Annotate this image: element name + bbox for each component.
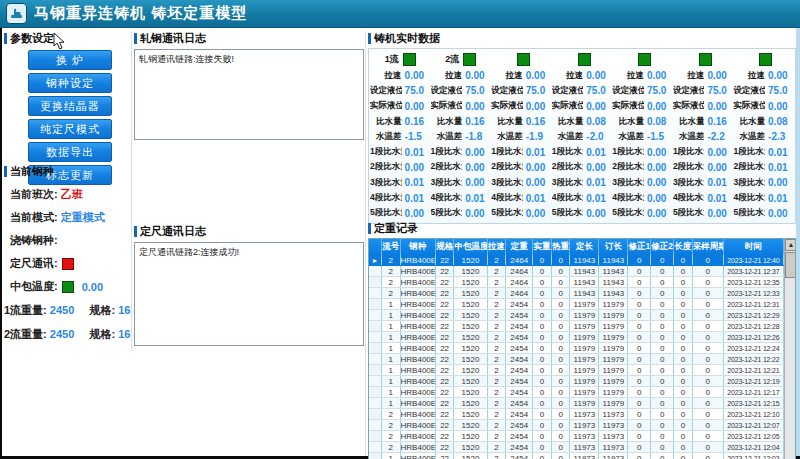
record-cell[interactable]: 0 [674, 453, 693, 459]
record-cell[interactable]: 2454 [506, 409, 533, 420]
record-cell[interactable]: 22 [435, 387, 454, 398]
record-cell[interactable]: 0 [674, 398, 693, 409]
row-selector-cell[interactable] [369, 442, 381, 453]
record-cell[interactable]: 22 [435, 343, 454, 354]
record-cell[interactable]: 0 [551, 431, 570, 442]
record-cell[interactable]: 11943 [570, 266, 599, 277]
record-cell[interactable]: 0 [674, 365, 693, 376]
record-row[interactable]: 2HRB400E2215202245400119731197300002023-… [369, 442, 784, 453]
record-row[interactable]: 2HRB400E2215202246400119431194300002023-… [369, 277, 784, 288]
cutlen-comm-log-textarea[interactable]: 定尺通讯链路2:连接成功! [134, 242, 364, 346]
record-cell[interactable]: 11943 [599, 266, 628, 277]
record-cell[interactable]: 11973 [570, 420, 599, 431]
record-cell[interactable]: 0 [692, 310, 723, 321]
record-cell[interactable]: 0 [551, 288, 570, 299]
row-selector-cell[interactable] [369, 409, 381, 420]
record-cell[interactable]: 1520 [454, 409, 487, 420]
record-cell[interactable]: 0 [692, 431, 723, 442]
record-cell[interactable]: 0 [551, 442, 570, 453]
param-button-2[interactable]: 钢种设定 [28, 73, 112, 93]
record-cell[interactable]: 2 [381, 266, 400, 277]
record-cell[interactable]: 11973 [599, 420, 628, 431]
record-cell[interactable]: 1 [381, 387, 400, 398]
record-cell[interactable]: 11973 [599, 442, 628, 453]
record-cell[interactable]: 0 [692, 277, 723, 288]
record-cell[interactable]: 0 [533, 277, 552, 288]
record-cell[interactable]: 2 [487, 288, 506, 299]
row-selector-cell[interactable] [369, 453, 381, 459]
record-cell[interactable]: 2023-12-21 12:26 [723, 332, 783, 343]
record-cell[interactable]: 0 [674, 387, 693, 398]
record-cell[interactable]: 11973 [599, 431, 628, 442]
record-cell[interactable]: 2 [487, 376, 506, 387]
record-cell[interactable]: 2023-12-21 12:37 [723, 266, 783, 277]
record-cell[interactable]: 11979 [570, 365, 599, 376]
record-cell[interactable]: 2023-12-21 12:04 [723, 442, 783, 453]
record-cell[interactable]: 1520 [454, 310, 487, 321]
record-cell[interactable]: 2 [381, 288, 400, 299]
record-cell[interactable]: 2023-12-21 12:05 [723, 431, 783, 442]
record-cell[interactable]: 2 [487, 299, 506, 310]
row-selector-cell[interactable] [369, 266, 381, 277]
record-cell[interactable]: 0 [651, 299, 674, 310]
record-cell[interactable]: 0 [551, 277, 570, 288]
record-cell[interactable]: 0 [551, 453, 570, 459]
record-cell[interactable]: 0 [692, 266, 723, 277]
record-cell[interactable]: HRB400E [400, 442, 435, 453]
record-cell[interactable]: 0 [533, 288, 552, 299]
record-cell[interactable]: 22 [435, 299, 454, 310]
record-row[interactable]: 1HRB400E2215202245400119791197900002023-… [369, 343, 784, 354]
record-cell[interactable]: 0 [651, 365, 674, 376]
record-cell[interactable]: 0 [628, 398, 651, 409]
record-cell[interactable]: 2023-12-21 12:10 [723, 409, 783, 420]
record-cell[interactable]: 1520 [454, 365, 487, 376]
record-cell[interactable]: 0 [533, 420, 552, 431]
record-cell[interactable]: 11979 [599, 354, 628, 365]
record-cell[interactable]: 0 [533, 431, 552, 442]
record-cell[interactable]: 1520 [454, 442, 487, 453]
record-cell[interactable]: 0 [651, 453, 674, 459]
record-cell[interactable]: 2 [381, 420, 400, 431]
row-selector-cell[interactable]: ▸ [369, 255, 381, 266]
record-cell[interactable]: 0 [651, 332, 674, 343]
record-cell[interactable]: 11979 [570, 299, 599, 310]
record-row[interactable]: 1HRB400E2215202245400119791197900002023-… [369, 354, 784, 365]
record-cell[interactable]: 0 [674, 376, 693, 387]
row-selector-cell[interactable] [369, 431, 381, 442]
record-cell[interactable]: 11943 [599, 288, 628, 299]
record-cell[interactable]: 0 [533, 343, 552, 354]
scrollbar-up-button[interactable]: ▲ [785, 239, 796, 251]
record-cell[interactable]: 22 [435, 409, 454, 420]
record-cell[interactable]: 1520 [454, 376, 487, 387]
record-cell[interactable]: 0 [533, 321, 552, 332]
record-cell[interactable]: 2 [487, 277, 506, 288]
record-cell[interactable]: HRB400E [400, 420, 435, 431]
record-cell[interactable]: HRB400E [400, 387, 435, 398]
record-cell[interactable]: 0 [692, 343, 723, 354]
record-cell[interactable]: 0 [692, 398, 723, 409]
record-cell[interactable]: HRB400E [400, 299, 435, 310]
record-cell[interactable]: 11973 [599, 453, 628, 459]
record-cell[interactable]: 0 [628, 343, 651, 354]
record-cell[interactable]: 0 [692, 332, 723, 343]
record-cell[interactable]: 11979 [599, 310, 628, 321]
record-cell[interactable]: 0 [674, 420, 693, 431]
record-cell[interactable]: 0 [692, 288, 723, 299]
record-cell[interactable]: 0 [551, 387, 570, 398]
record-cell[interactable]: 1520 [454, 343, 487, 354]
record-cell[interactable]: 2454 [506, 442, 533, 453]
record-cell[interactable]: HRB400E [400, 409, 435, 420]
record-cell[interactable]: 0 [674, 354, 693, 365]
record-cell[interactable]: 2023-12-21 12:21 [723, 365, 783, 376]
record-cell[interactable]: 0 [551, 409, 570, 420]
record-cell[interactable]: 0 [674, 288, 693, 299]
record-cell[interactable]: HRB400E [400, 255, 435, 266]
param-button-3[interactable]: 更换结晶器 [28, 96, 112, 116]
record-cell[interactable]: 1 [381, 398, 400, 409]
record-cell[interactable]: 0 [692, 255, 723, 266]
record-cell[interactable]: 11943 [570, 255, 599, 266]
record-cell[interactable]: 22 [435, 376, 454, 387]
row-selector-cell[interactable] [369, 343, 381, 354]
record-cell[interactable]: 0 [651, 321, 674, 332]
record-cell[interactable]: 1 [381, 354, 400, 365]
